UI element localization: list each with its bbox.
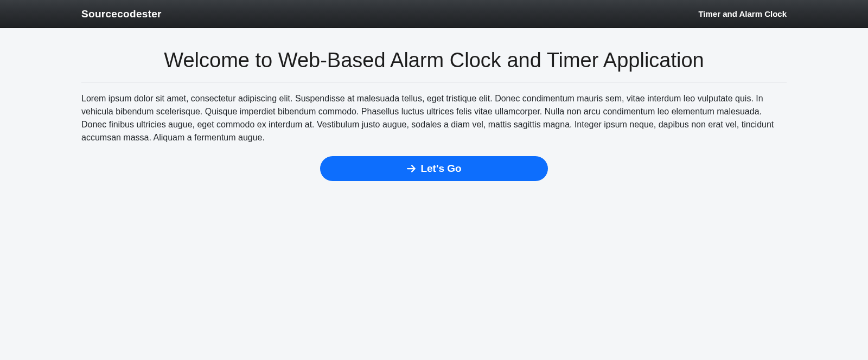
navbar: Sourcecodester Timer and Alarm Clock (0, 0, 868, 28)
main-container: Welcome to Web-Based Alarm Clock and Tim… (81, 28, 787, 181)
cta-row: Let's Go (81, 156, 787, 181)
separator (81, 82, 787, 82)
arrow-right-icon (406, 164, 416, 173)
lets-go-label: Let's Go (420, 163, 461, 175)
brand-link[interactable]: Sourcecodester (81, 8, 162, 20)
intro-paragraph: Lorem ipsum dolor sit amet, consectetur … (81, 92, 787, 144)
nav-link-timer-alarm[interactable]: Timer and Alarm Clock (698, 9, 787, 18)
page-title: Welcome to Web-Based Alarm Clock and Tim… (81, 49, 787, 72)
lets-go-button[interactable]: Let's Go (320, 156, 548, 181)
